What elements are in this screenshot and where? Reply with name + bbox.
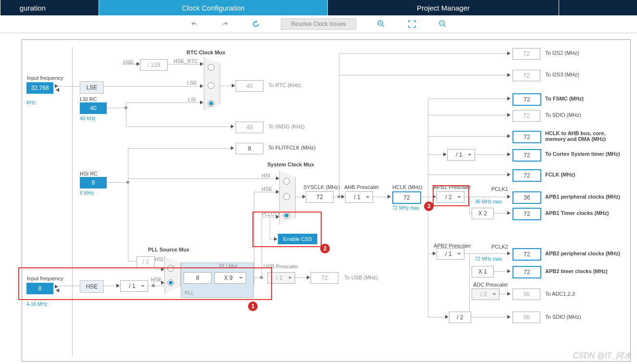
enable-css-button[interactable]: Enable CSS (278, 234, 317, 244)
ahb-prescaler[interactable]: / 1 (345, 191, 373, 203)
usb-out-label: To USB (MHz) (344, 275, 378, 280)
hclk-bus-value[interactable]: 72 (512, 131, 541, 143)
sys-sel-pll[interactable] (283, 212, 290, 219)
apb1-timer-label: APB1 Timer clocks (MHz) (545, 210, 609, 216)
fit-icon[interactable] (406, 18, 418, 30)
usb-value: 72 (311, 272, 338, 284)
hclk-label: HCLK (MHz) (392, 184, 422, 190)
annotation-marker-1: 1 (248, 301, 258, 311)
reset-icon[interactable] (250, 18, 262, 30)
pll-src-mux-label: PLL Source Mux (148, 247, 189, 252)
pclk1-note: 36 MHz max (475, 199, 502, 204)
i2s3-label: To I2S3 (MHz) (545, 72, 579, 77)
apb1-x2: X 2 (472, 208, 494, 219)
zoom-in-icon[interactable] (375, 18, 387, 30)
usb-label: USB Prescaler (263, 264, 298, 269)
sys-sel-hse[interactable] (283, 193, 290, 200)
hse-freq-value[interactable]: 8 (26, 283, 53, 294)
apb1-label: APB1 Prescaler (434, 184, 471, 190)
sysclk-label: SYSCLK (MHz) (303, 184, 340, 190)
resolve-button[interactable]: Resolve Clock Issues (281, 18, 356, 30)
apb2-prescaler[interactable]: / 1 (437, 248, 464, 260)
lsi-signal-label: LSI (188, 97, 196, 102)
adc-label: ADC Prescaler (473, 282, 508, 288)
sdio1-label: To SDIO (MHz) (545, 112, 581, 118)
annotation-marker-3: 3 (424, 201, 434, 211)
tab-clock[interactable]: Clock Configuration (99, 0, 327, 15)
lsi-value: 40 (80, 102, 107, 114)
apb1-periph-value[interactable]: 36 (512, 191, 541, 204)
cortex-value[interactable]: 72 (512, 149, 541, 162)
pclk2-note: 72 MHz max (475, 256, 502, 262)
undo-icon[interactable] (188, 18, 200, 30)
tab-pm[interactable]: Project Manager (327, 0, 559, 15)
rtc-value[interactable]: 40 (236, 80, 263, 92)
tab-pinout[interactable]: guration (0, 0, 99, 15)
hse-div128: / 128 (140, 59, 168, 71)
hsi-div2: / 2 (137, 256, 155, 268)
redo-icon[interactable] (219, 18, 231, 30)
sysclk-value[interactable]: 72 (306, 191, 334, 203)
iwdg-value: 40 (236, 122, 263, 133)
lse-block: LSE (80, 81, 104, 94)
apb1-periph-label: APB1 peripheral clocks (MHz) (545, 194, 620, 200)
hsi-rc-label: HSI RC (80, 171, 98, 176)
usb-prescaler[interactable]: / 1 (267, 272, 295, 284)
pll-sel-hsi[interactable] (167, 265, 174, 272)
pclk1-label: PCLK1 (491, 186, 508, 192)
lsi-unit: 40 KHz (80, 116, 96, 121)
rtc-out-label: To RTC (KHz) (268, 82, 301, 88)
rtc-sel-hse[interactable] (208, 64, 214, 71)
sdio2-label: To SDIO (MHz) (545, 314, 581, 320)
rtc-sel-lse[interactable] (208, 82, 214, 89)
apb2-periph-label: APB2 peripheral clocks (MHz) (545, 251, 620, 256)
fclk-value[interactable]: 72 (512, 169, 541, 182)
apb1-prescaler[interactable]: / 2 (437, 191, 464, 203)
pllmul-label: PLLMul (219, 263, 237, 269)
apb2-timer-value[interactable]: 72 (512, 266, 541, 278)
lse-freq-value[interactable]: 32.768 (26, 82, 53, 94)
fsmc-value[interactable]: 72 (512, 93, 541, 106)
pll-label: PLL (185, 290, 194, 296)
pll-src-mux[interactable] (164, 256, 181, 293)
pll-mul[interactable]: X 9 (214, 272, 246, 284)
sdio2-prescaler: / 2 (449, 312, 471, 323)
toolbar: Resolve Clock Issues (0, 15, 637, 33)
pclk2-label: PCLK2 (491, 244, 508, 250)
clock-canvas: Input frequency 32.768 KHz LSE LSE LSI R… (22, 39, 631, 362)
top-tabs: guration Clock Configuration Project Man… (0, 0, 637, 15)
sys-hse-label: HSE (262, 186, 273, 192)
flitfclk-label: To FLITFCLK (MHz) (268, 145, 315, 151)
adc-prescaler[interactable]: / 2 (472, 289, 500, 300)
zoom-out-icon[interactable] (437, 18, 449, 30)
cortex-prescaler[interactable]: / 1 (447, 149, 475, 161)
apb2-periph-value[interactable]: 72 (512, 248, 541, 261)
hsi-value: 8 (80, 177, 107, 188)
pll-input: 8 (184, 272, 212, 284)
apb2-x1: X 1 (472, 266, 494, 277)
apb1-timer-value[interactable]: 72 (512, 208, 541, 220)
apb2-timer-label: APB2 timer clocks (MHz) (545, 268, 608, 274)
iwdg-label: To IWDG (KHz) (268, 124, 305, 129)
tab-tools[interactable] (559, 0, 637, 15)
annotation-marker-2: 2 (320, 244, 330, 253)
watermark: CSDN @IT_阿水 (573, 351, 631, 361)
pll-hsi-label: HSI (155, 256, 163, 262)
hclk-value[interactable]: 72 (392, 191, 421, 204)
sys-sel-hsi[interactable] (283, 178, 290, 185)
hse-rtc-label: HSE_RTC (174, 58, 198, 64)
hclk-note: 72 MHz max (392, 205, 419, 211)
i2s2-label: To I2S2 (MHz) (545, 50, 579, 56)
fsmc-label: To FSMC (MHz) (545, 96, 584, 101)
i2s3-value: 72 (512, 70, 540, 81)
lse-signal-label: LSE (187, 80, 197, 86)
rtc-sel-lsi[interactable] (208, 100, 214, 107)
hse-prediv[interactable]: / 1 (120, 280, 148, 292)
cortex-label: To Cortex System timer (MHz) (545, 151, 620, 157)
hsi-unit: 8 MHz (80, 190, 94, 196)
adc-out-label: To ADC1,2,3 (545, 291, 575, 297)
pll-sel-hse[interactable] (167, 279, 174, 286)
pll-hse-label: HSE (151, 276, 162, 282)
sdio1-value: 72 (512, 110, 540, 122)
lse-unit: KHz (26, 100, 36, 105)
